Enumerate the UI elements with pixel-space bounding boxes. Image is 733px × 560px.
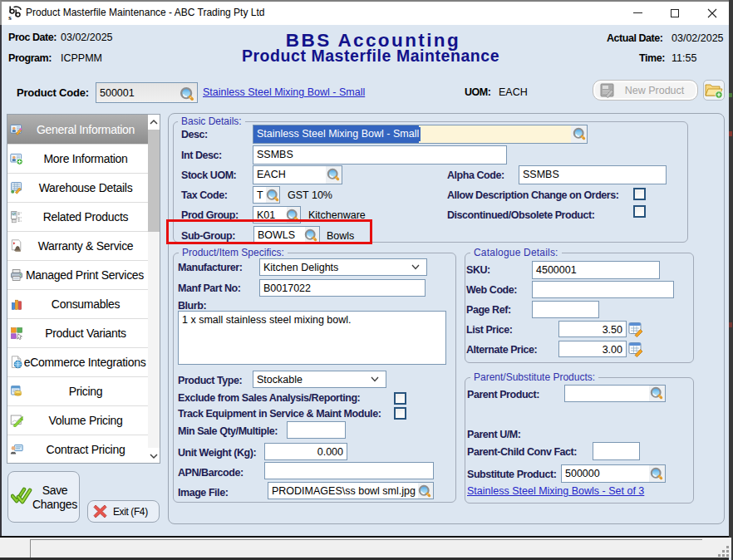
svg-text:s: s [8, 13, 12, 22]
